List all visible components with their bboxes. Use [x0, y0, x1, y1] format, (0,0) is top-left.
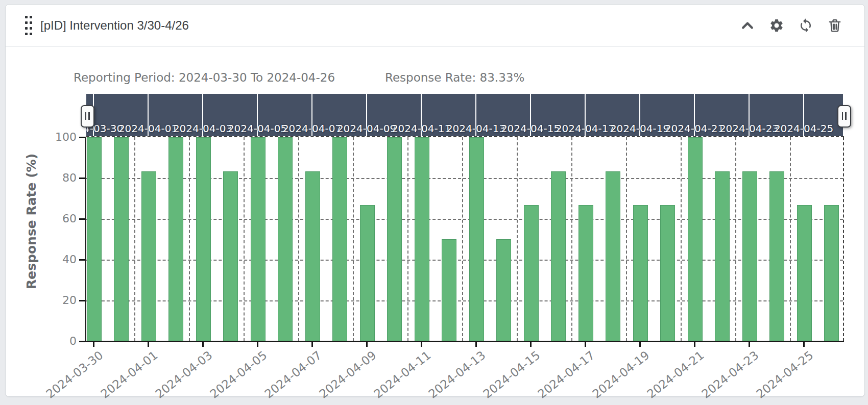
bar-2024-04-13 [469, 137, 484, 342]
x-tick-mark [749, 342, 750, 347]
x-tick-label: 2024-04-13 [426, 348, 488, 401]
range-slider-left-handle[interactable] [81, 105, 94, 128]
plot-border-top [86, 136, 844, 137]
x-gridline [681, 137, 682, 341]
x-tick-mark [366, 342, 368, 347]
y-tick-label: 60 [34, 212, 77, 225]
y-tick-mark [79, 259, 85, 261]
plot-area [86, 137, 843, 341]
bar-2024-04-10 [387, 137, 402, 342]
x-gridline [790, 137, 791, 341]
x-tick-mark [311, 342, 313, 347]
x-tick-label: 2024-04-15 [481, 348, 543, 401]
x-gridline [735, 137, 736, 341]
drag-handle-icon[interactable] [25, 16, 32, 35]
y-tick-label: 100 [34, 131, 77, 144]
x-tick-label: 2024-03-30 [44, 348, 106, 401]
bar-2024-04-18 [606, 171, 620, 342]
x-tick-mark [639, 342, 641, 347]
slider-date-label: 2024-04-09 [337, 122, 396, 135]
x-gridline [353, 137, 354, 341]
gear-icon [769, 18, 784, 33]
x-tick-label: 2024-04-03 [153, 348, 215, 401]
range-slider-track[interactable]: 2024-03-302024-04-012024-04-032024-04-05… [86, 94, 843, 136]
chevron-up-icon [740, 18, 755, 33]
bar-2024-04-20 [660, 205, 675, 342]
x-tick-mark [530, 342, 532, 347]
x-tick-label: 2024-04-19 [590, 348, 652, 401]
y-tick-mark [79, 137, 85, 138]
x-tick-mark [148, 342, 149, 347]
slider-date-label: 2024-04-21 [665, 122, 724, 135]
bar-2024-04-04 [223, 171, 238, 342]
x-gridline [626, 137, 627, 341]
slider-date-label: 2024-04-19 [610, 122, 669, 135]
settings-button[interactable] [768, 17, 785, 34]
x-tick-label: 2024-04-25 [754, 348, 816, 401]
bar-2024-04-26 [824, 205, 839, 342]
bar-2024-04-01 [141, 171, 156, 342]
slider-date-label: 2024-04-11 [392, 122, 451, 135]
slider-date-label: 2024-04-23 [719, 122, 779, 135]
bar-2024-04-06 [278, 137, 293, 342]
bar-2024-04-23 [742, 171, 757, 342]
bar-2024-04-21 [688, 137, 703, 342]
widget-title: [pID] Intervention 3/30-4/26 [40, 18, 189, 33]
bar-2024-04-03 [196, 137, 211, 342]
x-tick-label: 2024-04-07 [262, 348, 324, 401]
bar-2024-03-30 [87, 137, 102, 342]
bar-2024-04-19 [633, 205, 648, 342]
y-tick-label: 80 [34, 171, 77, 185]
x-tick-mark [585, 342, 586, 347]
bar-2024-03-31 [114, 137, 129, 342]
collapse-button[interactable] [739, 17, 756, 34]
slider-date-label: 2024-04-07 [282, 122, 342, 135]
bar-2024-04-24 [769, 171, 784, 342]
x-tick-label: 2024-04-09 [317, 348, 379, 401]
y-tick-mark [79, 341, 85, 342]
x-gridline [517, 137, 518, 341]
bar-2024-04-14 [496, 239, 511, 342]
bar-2024-04-08 [332, 137, 347, 342]
bar-2024-04-05 [251, 137, 266, 342]
x-tick-label: 2024-04-23 [700, 348, 761, 401]
x-gridline [189, 137, 190, 341]
slider-date-label: 2024-04-25 [774, 122, 833, 135]
bar-2024-04-11 [415, 137, 429, 342]
bar-2024-04-16 [551, 171, 566, 342]
x-tick-label: 2024-04-11 [372, 348, 433, 401]
x-tick-label: 2024-04-01 [99, 348, 160, 401]
slider-date-label: 2024-04-15 [501, 122, 560, 135]
plot-border-right [843, 137, 844, 341]
y-tick-mark [79, 300, 85, 301]
refresh-button[interactable] [798, 17, 814, 34]
x-tick-label: 2024-04-17 [536, 348, 597, 401]
bar-2024-04-25 [797, 205, 812, 342]
x-gridline [407, 137, 408, 341]
delete-button[interactable] [827, 17, 843, 34]
x-tick-mark [202, 342, 204, 347]
bar-2024-04-17 [578, 205, 593, 342]
x-tick-mark [694, 342, 695, 347]
range-slider-right-handle[interactable] [837, 105, 851, 128]
y-axis-line [85, 137, 87, 342]
x-gridline [298, 137, 299, 341]
x-tick-label: 2024-04-21 [645, 348, 707, 401]
x-tick-mark [93, 342, 94, 347]
refresh-icon [798, 18, 813, 33]
bar-2024-04-22 [715, 171, 730, 342]
response-rate-label: Response Rate: 83.33% [385, 71, 524, 84]
bar-2024-04-12 [442, 239, 456, 342]
widget-toolbar [739, 17, 843, 34]
reporting-period-label: Reporting Period: 2024-03-30 To 2024-04-… [74, 71, 335, 84]
x-gridline [134, 137, 135, 341]
bar-2024-04-09 [360, 205, 375, 342]
y-tick-label: 40 [34, 253, 77, 266]
bar-2024-04-02 [168, 137, 183, 342]
y-tick-label: 20 [34, 294, 77, 307]
slider-date-label: 2024-04-01 [118, 122, 178, 135]
x-tick-mark [421, 342, 422, 347]
x-tick-mark [257, 342, 258, 347]
slider-date-label: 2024-04-05 [228, 122, 287, 135]
slider-date-label: 2024-04-03 [173, 122, 232, 135]
